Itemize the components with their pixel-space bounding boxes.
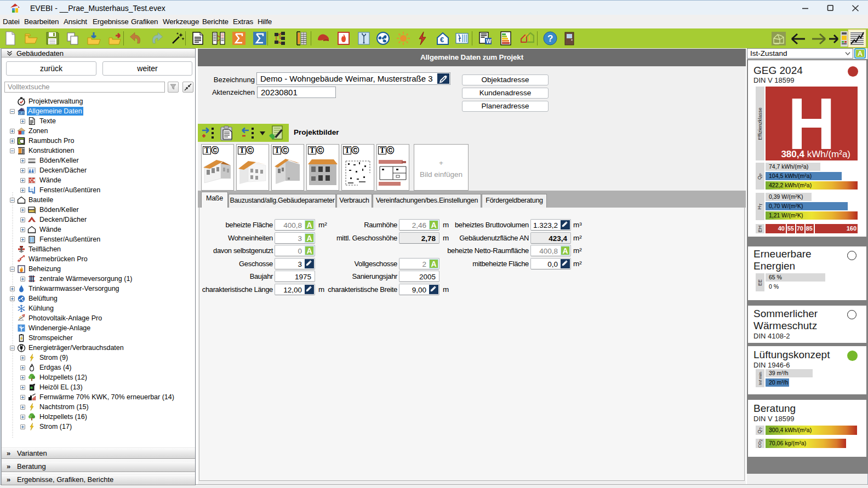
svg-text:€: € bbox=[440, 36, 444, 44]
svg-text:W: W bbox=[486, 38, 492, 44]
svg-text:?: ? bbox=[547, 33, 553, 44]
